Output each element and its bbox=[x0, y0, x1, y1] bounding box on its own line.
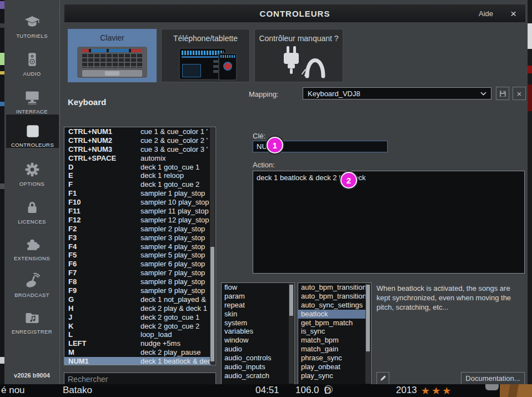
shortcut-action: deck 2 play_pause bbox=[140, 348, 211, 357]
tab-clavier[interactable]: Clavier bbox=[68, 29, 157, 82]
action-name-list[interactable]: auto_bpm_transition auto_bpm_transition … bbox=[298, 282, 372, 384]
documentation-button[interactable]: Documentation... bbox=[461, 372, 525, 384]
sidebar-item-controleurs[interactable]: CONTROLEURS bbox=[6, 115, 59, 148]
shortcut-key: CTRL+NUM1 bbox=[64, 127, 140, 136]
action-item[interactable]: auto_bpm_transition bbox=[298, 292, 365, 301]
sidebar-item-label: LICENCES bbox=[18, 219, 46, 225]
shortcut-row[interactable]: F10 sampler 10 play_stop bbox=[64, 198, 211, 207]
scrollbar-thumb[interactable] bbox=[210, 247, 214, 361]
sidebar-item-label: OPTIONS bbox=[19, 181, 45, 187]
sidebar-item-enregistrer[interactable]: ENREGISTRER bbox=[4, 301, 59, 335]
action-item[interactable]: play_onbeat bbox=[298, 363, 365, 371]
category-item[interactable]: param bbox=[222, 292, 289, 301]
action-category-list[interactable]: flow param repeat skin system variables … bbox=[221, 282, 295, 384]
action-item[interactable]: beatlock bbox=[298, 310, 365, 319]
action-item[interactable]: auto_bpm_transition bbox=[298, 283, 365, 292]
sidebar-item-broadcast[interactable]: BROADCAST bbox=[4, 265, 59, 298]
action-item[interactable]: match_gain bbox=[298, 345, 365, 354]
sidebar-item-options[interactable]: OPTIONS bbox=[4, 153, 59, 187]
category-item[interactable]: window bbox=[222, 336, 289, 345]
shortcut-row[interactable]: H deck 2 play & deck 1 bbox=[64, 304, 211, 313]
background-fragment bbox=[0, 53, 4, 65]
shortcut-row[interactable]: F1 sampler 1 play_stop bbox=[64, 189, 211, 198]
category-list-scrollbar[interactable] bbox=[289, 284, 294, 384]
sidebar-item-interface[interactable]: INTERFACE bbox=[4, 81, 59, 115]
shortcut-row[interactable]: L loop_load bbox=[64, 330, 211, 339]
mapping-select[interactable]: Keyboard_VDJ8 bbox=[303, 87, 491, 100]
action-item[interactable]: auto_sync_settings bbox=[298, 301, 365, 310]
shortcut-row[interactable]: G deck 1 not_played & bbox=[64, 295, 211, 304]
dialog-titlebar: CONTROLEURS Aide × bbox=[64, 4, 525, 22]
help-button[interactable]: Aide bbox=[479, 9, 493, 18]
category-item[interactable]: audio_scratch bbox=[222, 371, 289, 380]
category-item[interactable]: audio_inputs bbox=[222, 363, 289, 371]
shortcut-row[interactable]: F deck 1 goto_cue 2 bbox=[64, 180, 211, 189]
shortcut-row[interactable]: F4 sampler 4 play_stop bbox=[64, 242, 211, 251]
action-item[interactable]: phrase_sync bbox=[298, 354, 365, 363]
shortcut-list[interactable]: CTRL+NUM1 cue 1 & cue_color 1 ' CTRL+NUM… bbox=[64, 127, 216, 365]
action-item[interactable]: play_sync bbox=[298, 371, 365, 380]
shortcut-row[interactable]: J deck 2 goto_cue 1 bbox=[64, 313, 211, 322]
scrollbar-thumb[interactable] bbox=[366, 285, 370, 351]
sidebar-item-extensions[interactable]: EXTENSIONS bbox=[4, 228, 59, 261]
key-field-label: Clé: bbox=[253, 132, 265, 140]
shortcut-row[interactable]: CTRL+NUM2 cue 2 & cue_color 2 ' bbox=[64, 136, 211, 145]
track-title: Batako bbox=[63, 385, 92, 396]
shortcut-row[interactable]: NUM1 deck 1 beatlock & deck 2 beatlock bbox=[64, 357, 211, 365]
category-item[interactable]: repeat bbox=[222, 301, 289, 310]
background-fragment bbox=[528, 66, 532, 73]
shortcut-row[interactable]: F6 sampler 6 play_stop bbox=[64, 260, 211, 269]
category-item[interactable]: audio bbox=[222, 345, 289, 354]
tab-controleur-manquant[interactable]: Contrôleur manquant ? bbox=[254, 29, 343, 82]
action-list-scrollbar[interactable] bbox=[365, 284, 370, 384]
delete-mapping-button[interactable]: × bbox=[513, 87, 526, 100]
sidebar-item-audio[interactable]: AUDIO bbox=[4, 43, 59, 77]
sidebar-item-tutoriels[interactable]: TUTORIELS bbox=[4, 6, 59, 39]
shortcut-row[interactable]: CTRL+NUM1 cue 1 & cue_color 1 ' bbox=[64, 127, 211, 136]
scrollbar-thumb[interactable] bbox=[289, 285, 293, 316]
shortcut-row[interactable]: D deck 1 goto_cue 1 bbox=[64, 163, 211, 172]
shortcut-action: sampler 5 play_stop bbox=[140, 251, 211, 260]
category-item[interactable]: skin bbox=[222, 310, 289, 319]
category-item[interactable]: variables bbox=[222, 327, 289, 336]
background-fragment bbox=[0, 357, 4, 364]
tab-telephone-tablette[interactable]: Téléphone/tablette bbox=[161, 29, 250, 82]
close-icon[interactable]: × bbox=[510, 8, 516, 19]
background-fragment bbox=[485, 384, 499, 390]
action-item[interactable]: get_bpm_match bbox=[298, 319, 365, 327]
track-key-letter: D bbox=[324, 385, 331, 396]
shortcut-key: E bbox=[64, 171, 140, 180]
shortcut-row[interactable]: F5 sampler 5 play_stop bbox=[64, 251, 211, 260]
shortcut-row[interactable]: F9 sampler 9 play_stop bbox=[64, 286, 211, 295]
shortcut-row[interactable]: F8 sampler 8 play_stop bbox=[64, 277, 211, 286]
shortcut-action: sampler 4 play_stop bbox=[140, 242, 211, 251]
sidebar-item-licences[interactable]: LICENCES bbox=[4, 191, 59, 225]
monitor-icon bbox=[23, 89, 42, 107]
action-item[interactable]: match_bpm bbox=[298, 336, 365, 345]
shortcut-row[interactable]: CTRL+SPACE automix bbox=[64, 154, 211, 163]
shortcut-row[interactable]: M deck 2 play_pause bbox=[64, 348, 211, 357]
category-item[interactable]: flow bbox=[222, 283, 289, 292]
shortcut-action: loop_load bbox=[140, 330, 211, 339]
shortcut-row[interactable]: F3 sampler 3 play_stop bbox=[64, 234, 211, 242]
category-item[interactable]: audio_controls bbox=[222, 354, 289, 363]
shortcut-row[interactable]: E deck 1 reloop bbox=[64, 171, 211, 180]
save-mapping-button[interactable] bbox=[496, 87, 509, 100]
shortcut-row[interactable]: F12 sampler 12 play_stop bbox=[64, 216, 211, 225]
shortcut-list-scrollbar[interactable] bbox=[210, 128, 215, 364]
category-item[interactable]: system bbox=[222, 319, 289, 327]
shortcut-row[interactable]: LEFT nudge +5ms bbox=[64, 339, 211, 348]
action-field[interactable]: deck 1 beatlock & deck 2 beatlock bbox=[253, 171, 525, 274]
mixer-sliders-icon bbox=[24, 122, 42, 140]
shortcut-row[interactable]: K deck 2 goto_cue 2 bbox=[64, 322, 211, 331]
search-input[interactable] bbox=[64, 373, 216, 384]
shortcut-key: F7 bbox=[64, 269, 140, 277]
action-item[interactable]: is_sync bbox=[298, 327, 365, 336]
shortcut-row[interactable]: F7 sampler 7 play_stop bbox=[64, 269, 211, 277]
shortcut-row[interactable]: F2 sampler 2 play_stop bbox=[64, 225, 211, 234]
edit-action-button[interactable] bbox=[377, 372, 389, 384]
shortcut-row[interactable]: CTRL+NUM3 cue 3 & cue_color 3 ' bbox=[64, 145, 211, 154]
pencil-icon bbox=[379, 375, 387, 382]
background-browser-row: é nou Batako 04:51 106.0 ✓D 2013 ★★★ bbox=[0, 384, 532, 397]
shortcut-row[interactable]: F11 sampler 11 play_stop bbox=[64, 207, 211, 216]
